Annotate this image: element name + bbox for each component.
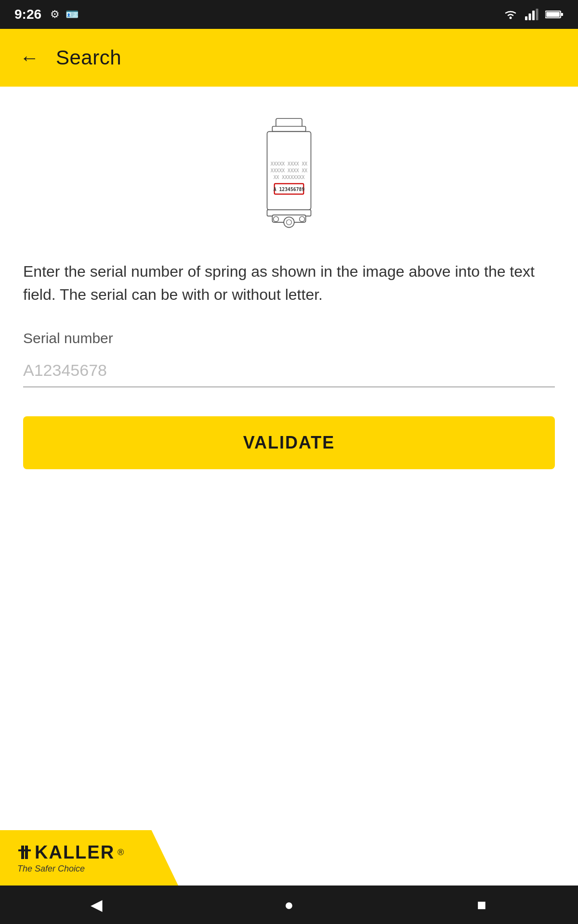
kaller-symbol-icon <box>17 844 32 861</box>
svg-point-21 <box>300 217 305 222</box>
status-icons: ⚙ 🪪 <box>50 8 79 21</box>
brand-name: KALLER ® <box>17 842 125 863</box>
nav-back-button[interactable]: ◀ <box>82 890 111 919</box>
svg-text:XXXXX  XXXX XX: XXXXX XXXX XX <box>271 161 307 167</box>
page-title: Search <box>56 46 121 69</box>
sim-icon: 🪪 <box>66 8 79 21</box>
brand-tagline: The Safer Choice <box>17 864 125 874</box>
svg-point-20 <box>274 217 279 222</box>
svg-rect-1 <box>525 16 527 20</box>
svg-rect-6 <box>546 12 560 17</box>
settings-icon: ⚙ <box>50 8 60 21</box>
kaller-logo: KALLER ® The Safer Choice <box>17 842 125 874</box>
validate-button[interactable]: VALIDATE <box>23 416 555 469</box>
svg-rect-24 <box>18 849 31 851</box>
svg-rect-4 <box>536 9 539 20</box>
nav-home-button[interactable]: ● <box>275 890 303 919</box>
nav-home-icon: ● <box>284 896 293 914</box>
signal-icon <box>525 9 539 20</box>
footer-spacer <box>23 469 555 808</box>
serial-number-label: Serial number <box>23 330 555 346</box>
svg-rect-23 <box>25 846 28 859</box>
wifi-icon <box>503 9 518 20</box>
svg-rect-9 <box>272 127 305 132</box>
status-bar-left: 9:26 ⚙ 🪪 <box>14 7 79 22</box>
svg-rect-22 <box>21 846 24 859</box>
nav-back-icon: ◀ <box>91 896 103 914</box>
instructions-text: Enter the serial number of spring as sho… <box>23 260 555 306</box>
registered-trademark: ® <box>118 847 125 858</box>
svg-rect-2 <box>529 13 531 20</box>
footer-area: KALLER ® The Safer Choice <box>0 828 578 886</box>
status-bar: 9:26 ⚙ 🪪 <box>0 0 578 29</box>
status-bar-right <box>503 9 564 20</box>
battery-icon <box>545 10 564 19</box>
main-content: XXXXX XXXX XX XXXXX XXXX XX XX XXXXXXXX … <box>0 87 578 828</box>
spring-illustration: XXXXX XXXX XX XXXXX XXXX XX XX XXXXXXXX … <box>236 111 342 236</box>
status-time: 9:26 <box>14 7 41 22</box>
svg-text:A 123456789: A 123456789 <box>274 187 305 192</box>
svg-point-0 <box>510 17 512 19</box>
app-bar: ← Search <box>0 29 578 87</box>
nav-recent-icon: ■ <box>477 896 486 914</box>
svg-rect-7 <box>561 13 563 16</box>
validate-button-label: VALIDATE <box>243 433 335 453</box>
serial-number-input[interactable] <box>23 354 555 387</box>
back-button[interactable]: ← <box>17 46 41 70</box>
back-arrow-icon: ← <box>20 47 39 69</box>
svg-rect-3 <box>532 11 535 20</box>
svg-text:XXXXX XXXX XX: XXXXX XXXX XX <box>271 168 307 173</box>
nav-recent-button[interactable]: ■ <box>467 890 496 919</box>
spring-illustration-container: XXXXX XXXX XX XXXXX XXXX XX XX XXXXXXXX … <box>23 111 555 236</box>
footer-yellow-bg: KALLER ® The Safer Choice <box>0 830 178 886</box>
nav-bar: ◀ ● ■ <box>0 886 578 924</box>
svg-text:XX XXXXXXXX: XX XXXXXXXX <box>274 175 305 180</box>
svg-point-19 <box>287 219 292 225</box>
